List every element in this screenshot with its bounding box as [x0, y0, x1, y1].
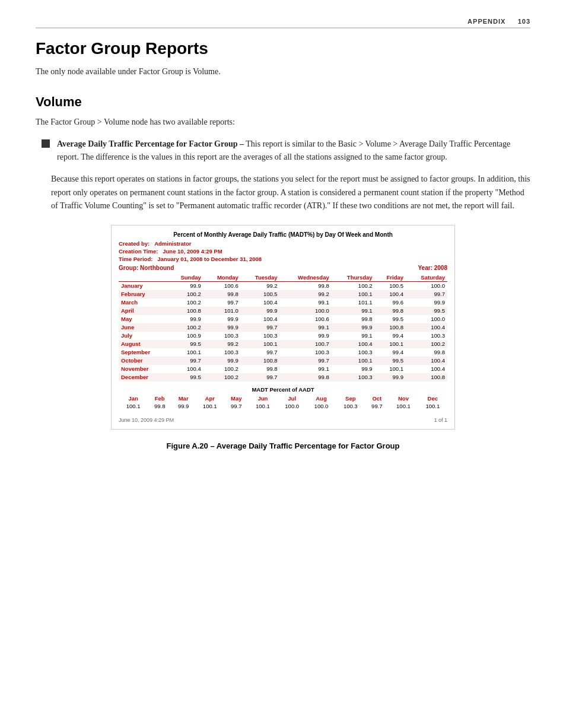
data-cell: 99.1	[280, 298, 332, 307]
data-cell: 100.6	[280, 315, 332, 323]
month-cell: July	[119, 332, 167, 340]
data-cell: 99.9	[332, 365, 375, 373]
table-row: April100.8101.099.9100.099.199.899.5	[119, 307, 447, 315]
madt-col-header: May	[224, 395, 248, 402]
table-row: October99.799.9100.899.7100.199.5100.4	[119, 357, 447, 365]
data-cell: 99.7	[167, 357, 203, 365]
data-cell: 101.1	[332, 298, 375, 307]
data-cell: 100.2	[332, 281, 375, 290]
data-cell: 100.1	[375, 365, 406, 373]
year-label-combined: Year: 2008	[418, 265, 448, 271]
table-body: January99.9100.699.299.8100.2100.5100.0F…	[119, 281, 447, 382]
group-value: Northbound	[140, 265, 174, 271]
data-cell: 100.4	[332, 340, 375, 348]
data-cell: 99.1	[280, 365, 332, 373]
data-cell: 99.8	[280, 281, 332, 290]
data-cell: 99.9	[167, 315, 203, 323]
data-cell: 100.4	[406, 323, 447, 332]
data-cell: 100.3	[280, 348, 332, 357]
data-cell: 100.2	[167, 323, 203, 332]
table-row: July100.9100.3100.399.999.199.4100.3	[119, 332, 447, 340]
madt-value-cell: 99.7	[224, 402, 248, 410]
data-cell: 99.2	[280, 290, 332, 298]
report-time-period: Time Period: January 01, 2008 to Decembe…	[119, 256, 447, 262]
month-cell: April	[119, 307, 167, 315]
data-cell: 100.1	[332, 357, 375, 365]
madt-col-header: Feb	[148, 395, 171, 402]
data-cell: 100.4	[241, 298, 280, 307]
data-cell: 100.6	[203, 281, 241, 290]
data-cell: 100.0	[406, 315, 447, 323]
madt-col-header: Jun	[248, 395, 277, 402]
data-cell: 100.8	[375, 323, 406, 332]
data-cell: 100.1	[375, 340, 406, 348]
data-cell: 100.0	[280, 307, 332, 315]
data-cell: 100.9	[167, 332, 203, 340]
data-cell: 100.5	[241, 290, 280, 298]
group-label: Group:	[119, 265, 138, 271]
madt-col-header: Aug	[307, 395, 336, 402]
time-period-value: January 01, 2008 to December 31, 2008	[157, 256, 262, 262]
month-cell: August	[119, 340, 167, 348]
data-cell: 100.4	[406, 357, 447, 365]
data-cell: 100.3	[332, 348, 375, 357]
month-cell: September	[119, 348, 167, 357]
data-cell: 99.1	[280, 323, 332, 332]
report-group-row: Group: Northbound Year: 2008	[119, 265, 447, 271]
madt-col-header: Mar	[171, 395, 195, 402]
table-row: February100.299.8100.599.2100.1100.499.7	[119, 290, 447, 298]
data-cell: 100.5	[375, 281, 406, 290]
madt-section: MADT Percent of AADT JanFebMarAprMayJunJ…	[119, 386, 447, 410]
madt-value-cell: 100.1	[119, 402, 148, 410]
data-cell: 99.9	[203, 357, 241, 365]
appendix-label: APPENDIX	[468, 18, 505, 25]
table-header-row: Sunday Monday Tuesday Wednesday Thursday…	[119, 274, 447, 282]
data-cell: 99.9	[375, 373, 406, 382]
data-cell: 100.4	[375, 290, 406, 298]
col-tuesday: Tuesday	[241, 274, 280, 282]
madt-title: MADT Percent of AADT	[119, 386, 447, 393]
data-cell: 100.3	[241, 332, 280, 340]
madt-col-header: Dec	[418, 395, 447, 402]
month-cell: June	[119, 323, 167, 332]
section-intro: The Factor Group > Volume node has two a…	[36, 116, 530, 128]
data-cell: 100.3	[406, 332, 447, 340]
footer-date: June 10, 2009 4:29 PM	[119, 417, 174, 423]
data-cell: 100.3	[203, 348, 241, 357]
data-cell: 100.3	[332, 373, 375, 382]
madt-value-cell: 99.9	[171, 402, 195, 410]
bullet-list: Average Daily Traffic Percentage for Fac…	[36, 138, 530, 163]
data-cell: 100.4	[167, 365, 203, 373]
col-monday: Monday	[203, 274, 241, 282]
table-row: January99.9100.699.299.8100.2100.5100.0	[119, 281, 447, 290]
madt-col-header: Apr	[195, 395, 224, 402]
data-cell: 99.8	[375, 307, 406, 315]
madt-col-header: Sep	[336, 395, 365, 402]
footer-page: 1 of 1	[434, 417, 447, 423]
data-cell: 99.7	[406, 290, 447, 298]
data-cell: 99.8	[241, 365, 280, 373]
madt-col-header: Oct	[365, 395, 389, 402]
year-value: 2008	[434, 265, 447, 271]
page-title: Factor Group Reports	[36, 39, 530, 58]
month-cell: May	[119, 315, 167, 323]
main-data-table: Sunday Monday Tuesday Wednesday Thursday…	[119, 274, 447, 382]
month-cell: December	[119, 373, 167, 382]
table-row: March100.299.7100.499.1101.199.699.9	[119, 298, 447, 307]
data-cell: 99.9	[406, 298, 447, 307]
col-sunday: Sunday	[167, 274, 203, 282]
madt-col-header: Jan	[119, 395, 148, 402]
data-cell: 101.0	[203, 307, 241, 315]
data-cell: 99.4	[375, 332, 406, 340]
col-friday: Friday	[375, 274, 406, 282]
data-cell: 99.2	[241, 281, 280, 290]
col-saturday: Saturday	[406, 274, 447, 282]
report-title: Percent of Monthly Average Daily Traffic…	[119, 231, 447, 238]
month-cell: November	[119, 365, 167, 373]
data-cell: 100.4	[406, 365, 447, 373]
bullet-label: Average Daily Traffic Percentage for Fac…	[57, 139, 244, 148]
data-cell: 99.2	[203, 340, 241, 348]
madt-value-cell: 100.0	[278, 402, 307, 410]
created-by-value: Administrator	[154, 240, 191, 247]
data-cell: 100.1	[332, 290, 375, 298]
